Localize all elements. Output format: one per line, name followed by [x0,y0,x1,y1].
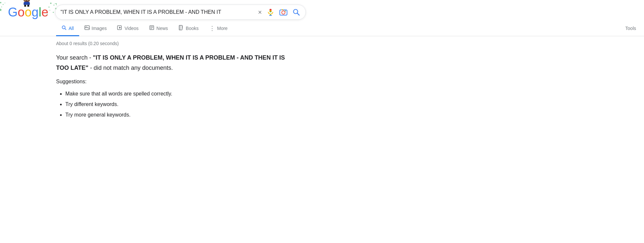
videos-icon [117,25,122,31]
svg-rect-19 [3,4,4,5]
suggestions-title: Suggestions: [56,79,297,85]
svg-rect-16 [27,5,29,7]
pixel-decoration-left: ★ [0,2,8,12]
search-bar[interactable]: "IT IS ONLY A PROBLEM, WHEN IT IS A PROB… [55,5,306,20]
suggestions-list: Make sure that all words are spelled cor… [56,89,297,120]
suggestion-1: Make sure that all words are spelled cor… [65,89,297,99]
svg-rect-31 [55,3,57,4]
svg-rect-38 [270,12,272,12]
svg-rect-12 [24,2,29,5]
tab-all[interactable]: All [56,21,79,36]
logo[interactable]: Google ★ [8,5,48,19]
lens-icon[interactable] [279,8,288,16]
svg-rect-9 [25,0,26,0]
logo-l: l [39,5,41,19]
svg-point-40 [282,11,285,14]
tab-news-label: News [156,26,168,31]
svg-rect-32 [47,14,48,15]
svg-rect-28 [49,10,50,11]
tab-tools-label: Tools [625,26,636,31]
tab-news[interactable]: News [144,21,173,36]
logo-g2: g [32,5,39,19]
svg-rect-11 [25,1,28,2]
svg-point-48 [85,27,86,28]
tab-videos-label: Videos [124,26,139,31]
svg-rect-27 [55,8,56,9]
pixel-decoration-right [47,2,58,18]
svg-rect-29 [53,12,54,13]
header: Google ★ "IT IS ONLY A PROBLEM [0,0,644,20]
svg-rect-22 [5,3,5,3]
svg-rect-18 [0,2,1,3]
tab-more-label: More [217,26,228,31]
pixel-character-icon [22,0,32,8]
svg-rect-21 [1,7,2,7]
svg-rect-37 [270,9,272,10]
nav-tabs: All Images Videos News Books ⋮ More Tool… [0,21,644,36]
svg-rect-26 [48,7,49,8]
svg-line-46 [65,29,66,30]
logo-g: G [8,5,18,19]
books-icon [178,25,184,31]
suggestion-2: Try different keywords. [65,99,297,110]
tab-more[interactable]: ⋮ More [204,21,233,36]
search-button[interactable] [292,8,300,16]
svg-text:★: ★ [0,8,2,12]
svg-rect-3 [29,0,30,1]
tab-all-label: All [69,26,74,31]
tab-videos[interactable]: Videos [112,21,144,36]
no-match-suffix: - did not match any documents. [88,65,173,71]
search-input[interactable]: "IT IS ONLY A PROBLEM, WHEN IT IS A PROB… [61,9,255,15]
images-icon [84,25,90,31]
svg-line-44 [297,13,299,15]
search-icon-group: × [258,8,300,16]
tab-tools[interactable]: Tools [620,22,644,36]
search-bar-wrapper: "IT IS ONLY A PROBLEM, WHEN IT IS A PROB… [55,5,306,20]
tab-books[interactable]: Books [173,21,204,36]
svg-rect-41 [282,9,283,10]
clear-button[interactable]: × [258,9,262,15]
svg-rect-10 [28,0,29,0]
news-icon [149,25,154,31]
no-match-prefix: Your search - [56,54,93,61]
svg-rect-24 [50,3,51,4]
svg-rect-2 [24,0,25,1]
svg-rect-25 [53,5,54,6]
all-icon [61,25,67,31]
svg-marker-50 [119,27,121,29]
svg-rect-13 [24,2,25,5]
suggestion-3: Try more general keywords. [65,110,297,120]
tab-images-label: Images [92,26,107,31]
results-area: About 0 results (0.20 seconds) Your sear… [0,36,297,120]
svg-point-42 [285,11,286,12]
tab-images[interactable]: Images [79,21,112,36]
no-results-message: Your search - "IT IS ONLY A PROBLEM, WHE… [56,53,297,73]
results-count: About 0 results (0.20 seconds) [56,41,297,46]
svg-rect-55 [179,25,182,30]
logo-letters: Google [8,5,48,19]
svg-rect-15 [24,5,26,7]
mic-icon[interactable] [267,8,274,16]
tab-books-label: Books [186,26,199,31]
more-icon: ⋮ [209,25,215,31]
svg-rect-14 [29,2,30,5]
